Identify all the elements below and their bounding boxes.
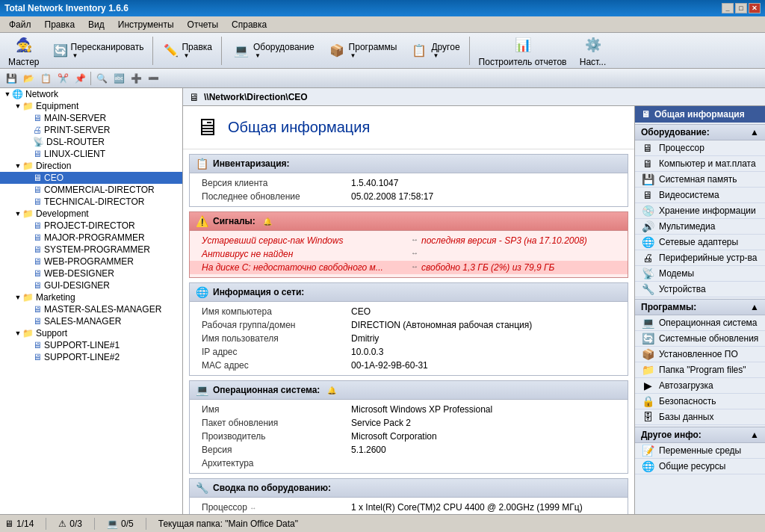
rs-multimedia[interactable]: 🔊 Мультимедиа [635, 219, 765, 235]
menu-view[interactable]: Вид [82, 18, 111, 31]
maximize-button[interactable]: □ [735, 3, 747, 13]
tree-item-marketing[interactable]: ▼ 📁 Marketing [0, 291, 182, 303]
tree-item-linux-client[interactable]: 🖥 LINUX-CLIENT [0, 148, 182, 160]
cut-btn[interactable]: ✂️ [55, 71, 71, 86]
tree-item-direction[interactable]: ▼ 📁 Direction [0, 160, 182, 172]
open-btn[interactable]: 📂 [20, 71, 37, 86]
secondary-toolbar: 💾 📂 📋 ✂️ 📌 🔍 🔤 ➕ ➖ [0, 69, 765, 88]
programs-button[interactable]: 📦 Программы ▼ [321, 37, 403, 64]
tree-item-commercial-director[interactable]: 🖥 COMMERCIAL-DIRECTOR [0, 184, 182, 196]
os-row-1: Пакет обновления Service Pack 2 [190, 416, 628, 430]
rs-env-icon: 📝 [641, 445, 654, 457]
tree-item-development[interactable]: ▼ 📁 Development [0, 208, 182, 220]
rs-security[interactable]: 🔒 Безопасность [635, 394, 765, 409]
rs-os[interactable]: 💻 Операционная система [635, 315, 765, 331]
status-computer-count: 1/14 [16, 519, 34, 529]
rs-shared-resources[interactable]: 🌐 Общие ресурсы [635, 459, 765, 474]
rs-security-icon: 🔒 [641, 395, 654, 407]
rs-autostart[interactable]: ▶ Автозагрузка [635, 378, 765, 394]
tree-item-support-line2[interactable]: 🖥 SUPPORT-LINE#2 [0, 351, 182, 363]
rs-hardware-title[interactable]: Оборудование: ▲ [635, 124, 765, 140]
search-btn[interactable]: 🔍 [93, 71, 110, 86]
tree-item-technical-director[interactable]: 🖥 TECHNICAL-DIRECTOR [0, 196, 182, 208]
inventory-section-body: Версия клиента 1.5.40.1047 Последнее обн… [190, 173, 628, 206]
other-button[interactable]: 📋 Другое ▼ [403, 37, 465, 64]
tree-item-gui-designer[interactable]: 🖥 GUI-DESIGNER [0, 279, 182, 291]
edit-button[interactable]: ✏️ Правка ▼ [157, 39, 217, 63]
alert-row-1: Антивирус не найден ↔ [190, 247, 628, 261]
rs-program-files-icon: 📁 [641, 364, 654, 376]
rs-programs-title[interactable]: Программы: ▲ [635, 299, 765, 315]
status-folder-label: Текущая папка: "Main Office Data" [158, 519, 298, 529]
tree-item-main-server[interactable]: 🖥 MAIN-SERVER [0, 112, 182, 124]
save-btn[interactable]: 💾 [3, 71, 19, 86]
rs-updates[interactable]: 🔄 Системные обновления [635, 331, 765, 347]
main-toolbar: 🧙 Мастер 🔄 Пересканировать ▼ ✏️ Правка ▼… [0, 33, 765, 69]
pin-btn[interactable]: 📌 [72, 71, 88, 86]
rs-peripherals[interactable]: 🖨 Периферийные устр-ва [635, 250, 765, 266]
copy-btn[interactable]: 📋 [37, 71, 54, 86]
status-other-icon: 💻 [107, 519, 118, 529]
settings-icon: ⚙️ [583, 34, 604, 55]
inventory-section: 📋 Инвентаризация: Версия клиента 1.5.40.… [189, 154, 628, 207]
font-btn[interactable]: 🔤 [111, 71, 127, 86]
rs-env-vars[interactable]: 📝 Переменные среды [635, 443, 765, 459]
menu-file[interactable]: Файл [3, 18, 37, 31]
menu-help[interactable]: Справка [226, 18, 273, 31]
tree-item-web-programmer[interactable]: 🖥 WEB-PROGRAMMER [0, 256, 182, 267]
rs-databases[interactable]: 🗄 Базы данных [635, 409, 765, 425]
tree-item-major-programmer[interactable]: 🖥 MAJOR-PROGRAMMER [0, 232, 182, 244]
rs-updates-icon: 🔄 [641, 332, 654, 344]
menu-edit[interactable]: Правка [39, 18, 81, 31]
tree-item-network[interactable]: ▼ 🌐 Network [0, 88, 182, 100]
os-row-3: Версия 5.1.2600 [190, 443, 628, 457]
os-section: 💻 Операционная система: 🔔 Имя Microsoft … [189, 380, 628, 474]
tree-item-sales-manager[interactable]: 🖥 SALES-MANAGER [0, 315, 182, 327]
tree-item-master-sales[interactable]: 🖥 MASTER-SALES-MANAGER [0, 303, 182, 315]
rs-memory-icon: 💾 [641, 173, 654, 185]
tree-item-support[interactable]: ▼ 📁 Support [0, 327, 182, 339]
hardware-section-header: 🔧 Сводка по оборудованию: [190, 479, 628, 498]
os-row-2: Производитель Microsoft Corporation [190, 430, 628, 443]
rs-network-adapters[interactable]: 🌐 Сетевые адаптеры [635, 235, 765, 250]
status-computer-icon: 🖥 [4, 519, 13, 529]
settings-button[interactable]: ⚙️ Наст... [574, 31, 613, 70]
rs-other-title[interactable]: Другое инфо: ▲ [635, 427, 765, 443]
rs-processor[interactable]: 🖥 Процессор [635, 140, 765, 156]
rs-video[interactable]: 🖥 Видеосистема [635, 188, 765, 203]
os-row-4: Архитектура [190, 457, 628, 470]
master-button[interactable]: 🧙 Мастер [3, 31, 45, 70]
tree-item-print-server[interactable]: 🖨 PRINT-SERVER [0, 124, 182, 136]
rs-shared-icon: 🌐 [641, 460, 654, 472]
path-text: \\Network\Direction\CEO [204, 92, 308, 102]
tree-item-system-programmer[interactable]: 🖥 SYSTEM-PROGRAMMER [0, 244, 182, 256]
hardware-button[interactable]: 💻 Оборудование ▼ [226, 37, 320, 64]
rs-program-files[interactable]: 📁 Папка "Program files" [635, 362, 765, 378]
rescan-button[interactable]: 🔄 Пересканировать ▼ [46, 39, 149, 63]
rs-devices[interactable]: 🔧 Устройства [635, 282, 765, 297]
menu-tools[interactable]: Инструменты [112, 18, 180, 31]
rs-storage[interactable]: 💿 Хранение информации [635, 203, 765, 219]
rs-devices-icon: 🔧 [641, 283, 654, 295]
rs-modems[interactable]: 📡 Модемы [635, 266, 765, 282]
remove-btn[interactable]: ➖ [145, 71, 161, 86]
report-builder-button[interactable]: 📊 Построитель отчетов [474, 31, 572, 70]
tree-item-equipment[interactable]: ▼ 📁 Equipment [0, 100, 182, 112]
tree-item-dsl-router[interactable]: 📡 DSL-ROUTER [0, 136, 182, 148]
report-icon: 📊 [512, 34, 533, 55]
toolbar-separator-2 [221, 37, 222, 65]
network-section-icon: 🌐 [196, 286, 208, 298]
tree-item-ceo[interactable]: 🖥 CEO [0, 172, 182, 184]
tree-item-project-director[interactable]: 🖥 PROJECT-DIRECTOR [0, 220, 182, 232]
tree-item-support-line1[interactable]: 🖥 SUPPORT-LINE#1 [0, 339, 182, 351]
minimize-button[interactable]: _ [722, 3, 734, 13]
rs-memory[interactable]: 💾 Системная память [635, 172, 765, 188]
rs-installed-sw[interactable]: 📦 Установленное ПО [635, 347, 765, 362]
menu-reports[interactable]: Отчеты [182, 18, 224, 31]
rs-header-icon: 🖥 [641, 109, 650, 120]
tree-item-web-designer[interactable]: 🖥 WEB-DESIGNER [0, 267, 182, 279]
rs-motherboard[interactable]: 🖥 Компьютер и мат.плата [635, 156, 765, 172]
add-btn[interactable]: ➕ [128, 71, 144, 86]
alerts-section: ⚠️ Сигналы: 🔔 Устаревший сервис-пак Wind… [189, 211, 628, 278]
close-button[interactable]: ✕ [749, 3, 761, 13]
